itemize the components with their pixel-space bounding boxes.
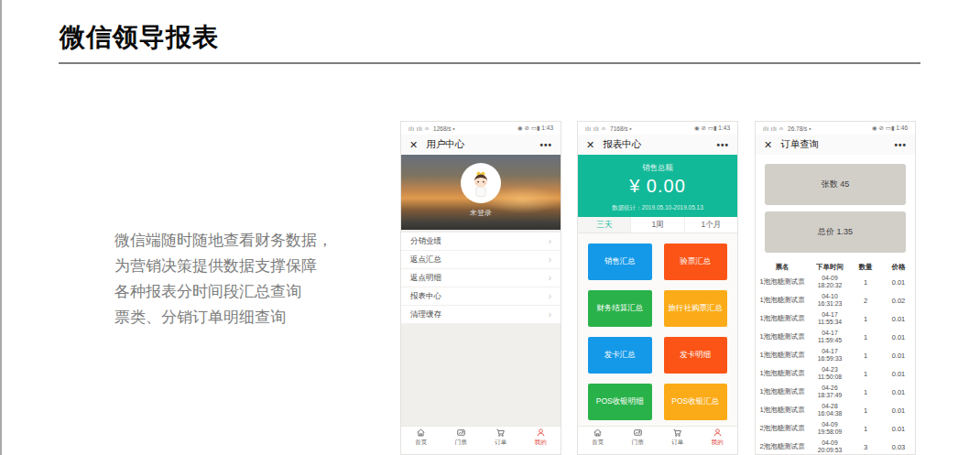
nav-title: 用户中心 [426,138,464,151]
order-date: 04-26 [822,385,837,391]
nav-bar: ✕ 报表中心 ••• [578,135,737,155]
tab-tickets[interactable]: 门票 [618,427,659,447]
more-menu-icon[interactable]: ••• [716,140,729,150]
report-grid-button[interactable]: POS收银明细 [588,384,652,420]
report-grid-button[interactable]: 销售汇总 [588,244,652,280]
cell-ticket-name: 1泡泡糖测试票 [756,314,809,323]
menu-item[interactable]: 返点汇总 › [401,251,561,269]
bottom-tab-bar: 首页 门票 订单 我的 [578,426,737,447]
page-title: 微信领导报表 [60,20,219,55]
period-tab-1week[interactable]: 1周 [631,217,684,233]
network-speed: 26.78/s [763,125,811,132]
more-menu-icon[interactable]: ••• [894,140,907,150]
cell-quantity: 1 [851,370,880,378]
close-icon[interactable]: ✕ [764,139,772,151]
tab-orders[interactable]: 订单 [481,427,521,447]
status-bar: 1268/s 1:43 [401,122,561,135]
table-row[interactable]: 2泡泡糖测试票 04-09 19:58:09 1 0.01 [756,419,915,438]
col-price: 价格 [880,263,915,272]
col-quantity: 数量 [851,263,880,272]
avatar[interactable] [461,163,501,203]
menu-item[interactable]: 分销业绩 › [401,233,561,251]
chevron-right-icon: › [549,292,551,301]
title-divider [59,62,920,64]
table-row[interactable]: 1泡泡糖测试票 04-17 11:55:34 1 0.01 [756,309,915,328]
home-icon [593,428,603,438]
menu-item[interactable]: 清理缓存 › [401,306,561,324]
report-grid-button[interactable]: POS收银汇总 [664,384,728,420]
menu-item-label: 报表中心 [410,291,441,302]
table-row[interactable]: 2泡泡糖测试票 04-09 20:09:53 3 0.03 [756,438,915,455]
more-menu-icon[interactable]: ••• [539,140,552,150]
cell-order-time: 04-26 18:37:49 [809,385,851,399]
cell-order-time: 04-23 11:50:08 [809,366,851,381]
col-ticket-name: 票名 [756,263,809,272]
tab-label: 门票 [455,439,467,447]
cell-order-time: 04-17 11:59:45 [809,330,851,344]
menu-item-label: 清理缓存 [410,309,441,320]
person-icon [713,428,723,438]
order-date: 04-23 [822,366,837,373]
avatar-cartoon-icon [465,168,496,199]
table-row[interactable]: 1泡泡糖测试票 04-10 16:31:23 2 0.02 [756,291,915,309]
table-row[interactable]: 1泡泡糖测试票 04-28 16:04:38 1 0.01 [756,401,915,419]
menu-item[interactable]: 返点明细 › [401,269,561,287]
cell-quantity: 1 [851,278,880,287]
ticket-count-box: 张数 45 [765,164,906,205]
tab-label: 首页 [592,439,604,447]
report-grid-button[interactable]: 旅行社购票汇总 [664,290,728,327]
user-menu: 分销业绩 › 返点汇总 › 返点明细 › 报表中心 › [401,233,561,324]
cell-quantity: 1 [851,315,880,323]
cell-ticket-name: 2泡泡糖测试票 [756,442,809,451]
order-date: 04-17 [822,311,837,318]
table-row[interactable]: 1泡泡糖测试票 04-09 18:20:32 1 0.01 [756,273,915,291]
sales-total-label: 销售总额 [578,155,737,174]
nav-bar: ✕ 订单查询 ••• [756,135,915,155]
home-icon [416,428,426,438]
order-clock: 18:37:49 [818,392,842,398]
cell-ticket-name: 1泡泡糖测试票 [756,332,809,341]
tab-label: 首页 [415,439,427,447]
chevron-right-icon: › [549,274,551,283]
tab-orders[interactable]: 订单 [658,427,698,447]
sales-summary-panel: 销售总额 ¥ 0.00 数据统计：2019.05.10-2019.05.13 [578,155,737,217]
order-date: 04-09 [822,275,837,281]
report-grid-button[interactable]: 财务结算汇总 [588,290,652,327]
person-icon [536,428,546,438]
cell-quantity: 1 [851,352,880,360]
tab-mine[interactable]: 我的 [698,427,738,447]
close-icon[interactable]: ✕ [586,139,594,151]
close-icon[interactable]: ✕ [409,139,418,151]
order-table-rows: 1泡泡糖测试票 04-09 18:20:32 1 0.01 1泡泡糖测试票 [756,273,915,455]
status-time: 1:46 [872,125,908,132]
report-grid-button[interactable]: 发卡明细 [664,337,728,374]
order-table: 票名 下单时间 数量 价格 1泡泡糖测试票 04-09 18:20:32 [756,261,915,455]
description-line: 微信端随时随地查看财务数据， [114,228,408,254]
window-left-edge [0,0,2,455]
tab-home[interactable]: 首页 [401,427,441,447]
table-row[interactable]: 1泡泡糖测试票 04-17 11:59:45 1 0.01 [756,328,915,346]
cell-price: 0.01 [880,406,915,415]
cell-ticket-name: 1泡泡糖测试票 [756,406,809,415]
menu-item-label: 分销业绩 [410,236,441,247]
order-date: 04-17 [822,348,837,354]
menu-item[interactable]: 报表中心 › [401,287,561,306]
period-tab-1month[interactable]: 1个月 [685,217,737,233]
table-row[interactable]: 1泡泡糖测试票 04-26 18:37:49 1 0.01 [756,383,915,401]
order-date: 04-09 [822,421,837,428]
cart-icon [495,428,506,438]
status-time: 1:43 [517,125,553,132]
order-table-header: 票名 下单时间 数量 价格 [756,261,915,273]
phone-report-center: 7168/s 1:43 ✕ 报表中心 ••• 销售总额 ¥ 0.00 数据统计：… [577,121,738,455]
tab-tickets[interactable]: 门票 [441,427,482,447]
report-grid-button[interactable]: 验票汇总 [664,244,728,280]
chevron-right-icon: › [549,237,551,246]
table-row[interactable]: 1泡泡糖测试票 04-17 16:59:33 1 0.01 [756,346,915,364]
tab-mine[interactable]: 我的 [521,427,561,447]
report-grid-button[interactable]: 发卡汇总 [588,337,652,374]
tab-home[interactable]: 首页 [578,427,618,447]
cell-price: 0.01 [880,315,915,323]
table-row[interactable]: 1泡泡糖测试票 04-23 11:50:08 1 0.01 [756,364,915,383]
cell-quantity: 1 [851,388,880,396]
period-tab-3days[interactable]: 三天 [578,217,631,233]
